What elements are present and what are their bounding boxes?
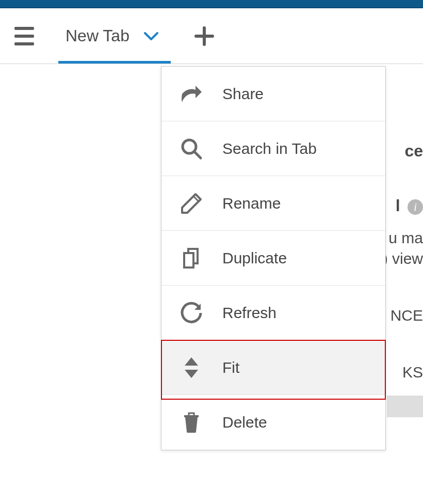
bg-text-ks: KS bbox=[402, 364, 423, 381]
bg-text-view: ) view bbox=[383, 250, 423, 267]
menu-label-search: Search in Tab bbox=[222, 140, 317, 158]
search-icon bbox=[176, 136, 207, 161]
menu-item-refresh[interactable]: Refresh bbox=[161, 286, 385, 340]
refresh-icon bbox=[176, 301, 207, 325]
menu-item-delete[interactable]: Delete bbox=[161, 395, 385, 450]
menu-item-fit[interactable]: Fit bbox=[161, 340, 385, 395]
hamburger-menu-button[interactable] bbox=[10, 22, 39, 50]
pencil-icon bbox=[176, 191, 207, 216]
add-tab-button[interactable] bbox=[191, 23, 217, 49]
menu-label-share: Share bbox=[222, 85, 264, 103]
bg-text-ol: l i bbox=[396, 196, 423, 215]
copy-icon bbox=[176, 246, 207, 271]
menu-label-refresh: Refresh bbox=[222, 304, 276, 322]
menu-item-search[interactable]: Search in Tab bbox=[161, 121, 385, 176]
menu-item-duplicate[interactable]: Duplicate bbox=[161, 231, 385, 286]
active-tab[interactable]: New Tab bbox=[58, 8, 160, 64]
bg-text-uma: u ma bbox=[388, 229, 423, 247]
bg-gray-block bbox=[387, 396, 423, 417]
content-area: ce l i u ma ) view NCE KS Share Search i… bbox=[0, 64, 423, 504]
tab-label: New Tab bbox=[66, 26, 129, 45]
chevron-down-icon[interactable] bbox=[144, 29, 158, 43]
tab-underline bbox=[58, 61, 171, 64]
top-accent-bar bbox=[0, 0, 423, 8]
menu-label-delete: Delete bbox=[222, 414, 267, 431]
tab-header: New Tab bbox=[0, 8, 423, 64]
bg-text-nce: NCE bbox=[391, 307, 423, 324]
trash-icon bbox=[176, 410, 207, 435]
menu-label-fit: Fit bbox=[222, 359, 239, 376]
menu-item-share[interactable]: Share bbox=[161, 67, 385, 121]
share-icon bbox=[176, 82, 207, 106]
bg-text-ce: ce bbox=[404, 141, 423, 161]
menu-item-rename[interactable]: Rename bbox=[161, 176, 385, 231]
info-icon: i bbox=[408, 199, 423, 215]
fit-icon bbox=[176, 355, 207, 380]
menu-label-duplicate: Duplicate bbox=[222, 249, 287, 267]
menu-label-rename: Rename bbox=[222, 195, 281, 212]
tab-dropdown-menu: Share Search in Tab Rename Duplicate Ref bbox=[161, 66, 386, 450]
